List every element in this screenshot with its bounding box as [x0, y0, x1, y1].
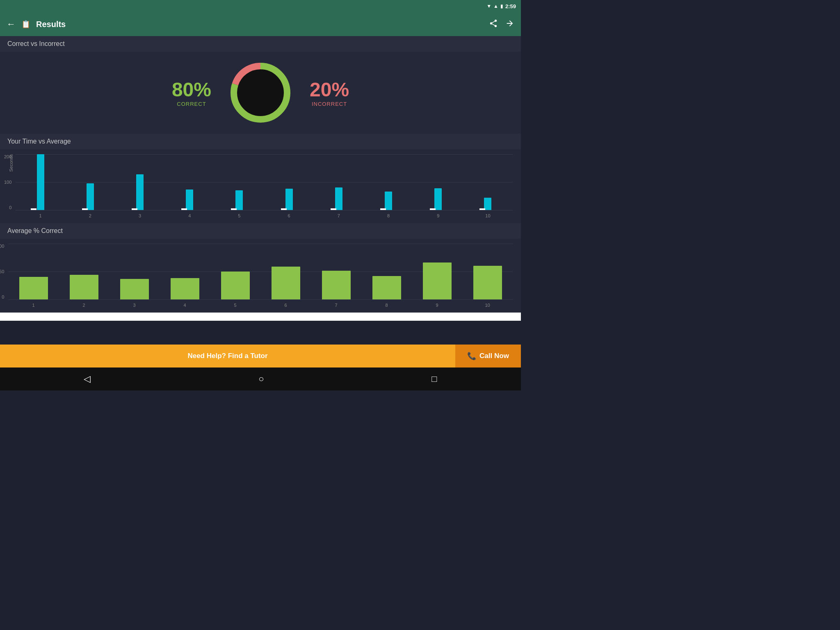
avg-bar-group-1: 1 — [8, 244, 59, 299]
bar-6-time — [285, 189, 293, 210]
bar-10-label: 10 — [485, 213, 490, 218]
time-y-200: 200 — [4, 154, 11, 159]
help-text: Need Help? Find a Tutor — [187, 352, 267, 360]
avg-bar-1-label: 1 — [32, 303, 34, 308]
bar-3-label: 3 — [139, 213, 141, 218]
bar-1-avg — [31, 208, 37, 210]
bar-9-time — [434, 188, 442, 210]
bar-group-8: 8 — [363, 154, 413, 210]
bar-4-time — [186, 189, 193, 210]
avg-bar-9-label: 9 — [436, 303, 438, 308]
avg-y-0: 0 — [2, 294, 4, 299]
avg-bar-group-5: 5 — [210, 244, 260, 299]
bar-6-avg — [281, 208, 287, 210]
status-bar: ▼ ▲ ▮ 2:59 — [0, 0, 521, 12]
bar-1-label: 1 — [39, 213, 42, 218]
bar-5-time — [235, 190, 243, 210]
avg-bar-group-10: 10 — [462, 244, 513, 299]
incorrect-label: INCORRECT — [310, 101, 349, 107]
bar-4-avg — [181, 208, 187, 210]
avg-bar-2 — [70, 275, 98, 299]
avg-bar-group-3: 3 — [109, 244, 160, 299]
bar-9-label: 9 — [437, 213, 439, 218]
avg-bar-7-label: 7 — [335, 303, 337, 308]
avg-bar-group-6: 6 — [260, 244, 311, 299]
nav-home-button[interactable]: ○ — [258, 374, 264, 384]
wifi-icon: ▼ — [486, 3, 491, 9]
correct-percent: 80% — [172, 78, 211, 101]
avg-bar-3-label: 3 — [133, 303, 135, 308]
time-display: 2:59 — [505, 3, 516, 9]
bar-5-avg — [231, 208, 237, 210]
bar-group-5: 5 — [215, 154, 264, 210]
bar-8-avg — [380, 208, 386, 210]
back-button[interactable]: ← — [7, 19, 16, 30]
bar-4-label: 4 — [188, 213, 191, 218]
avg-bar-group-2: 2 — [59, 244, 109, 299]
bar-6-label: 6 — [288, 213, 290, 218]
bar-group-3: 3 — [115, 154, 164, 210]
status-icons: ▼ ▲ ▮ 2:59 — [486, 3, 516, 9]
bar-group-4: 4 — [165, 154, 215, 210]
avg-bar-8 — [372, 276, 401, 299]
avg-y-100: 100 — [0, 244, 4, 249]
avg-bar-2-label: 2 — [82, 303, 85, 308]
avg-bar-7 — [322, 271, 351, 299]
bar-group-10: 10 — [463, 154, 513, 210]
donut-chart — [228, 60, 293, 126]
donut-section: 80% CORRECT 20% INCORRECT — [0, 52, 521, 134]
bar-2-label: 2 — [89, 213, 91, 218]
toolbar-actions — [489, 19, 514, 30]
main-content: Correct vs Incorrect 80% CORRECT 20% INC… — [0, 36, 521, 359]
bar-7-avg — [331, 208, 336, 210]
time-y-100: 100 — [4, 180, 11, 185]
time-chart-section: Seconds 200 100 0 — [0, 149, 521, 223]
bar-group-1: 1 — [16, 154, 65, 210]
bar-2-time — [87, 183, 94, 210]
time-y-0: 0 — [9, 205, 11, 210]
bar-10-avg — [479, 208, 485, 210]
call-now-text: Call Now — [479, 352, 509, 360]
bar-3-time — [136, 174, 144, 210]
signal-icon: ▲ — [493, 3, 498, 9]
forward-button[interactable] — [505, 19, 514, 30]
share-button[interactable] — [489, 19, 498, 30]
avg-bar-6 — [272, 267, 300, 299]
incorrect-percent: 20% — [310, 78, 349, 101]
incorrect-stat: 20% INCORRECT — [310, 78, 349, 107]
bar-group-7: 7 — [314, 154, 363, 210]
avg-correct-header: Average % Correct — [0, 223, 521, 239]
avg-bar-1 — [19, 277, 48, 299]
avg-correct-wrapper: 100 50 0 1 — [0, 244, 521, 309]
bar-2-avg — [82, 208, 88, 210]
help-text-area: Need Help? Find a Tutor — [0, 345, 455, 368]
avg-correct-section: 100 50 0 1 — [0, 239, 521, 313]
avg-bar-10 — [473, 266, 502, 299]
avg-bar-8-label: 8 — [385, 303, 388, 308]
nav-recents-button[interactable]: □ — [431, 374, 437, 384]
bar-5-label: 5 — [238, 213, 240, 218]
page-title: Results — [36, 20, 483, 29]
nav-back-button[interactable]: ◁ — [84, 374, 91, 384]
bar-7-time — [335, 187, 342, 210]
bar-1-time — [37, 154, 44, 210]
document-icon: 📋 — [21, 20, 30, 29]
avg-bar-5 — [221, 272, 250, 299]
avg-bar-group-8: 8 — [361, 244, 412, 299]
phone-icon: 📞 — [467, 352, 476, 361]
avg-bar-9 — [423, 262, 452, 299]
help-bar: Need Help? Find a Tutor 📞 Call Now — [0, 345, 521, 368]
time-chart-wrapper: Seconds 200 100 0 — [0, 154, 521, 220]
toolbar: ← 📋 Results — [0, 12, 521, 36]
call-now-button[interactable]: 📞 Call Now — [455, 345, 521, 368]
bar-8-label: 8 — [387, 213, 390, 218]
avg-bar-6-label: 6 — [284, 303, 287, 308]
avg-bar-4 — [171, 278, 199, 299]
battery-icon: ▮ — [500, 3, 503, 9]
bar-8-time — [385, 192, 392, 210]
bar-group-2: 2 — [65, 154, 115, 210]
bar-3-avg — [132, 208, 137, 210]
correct-stat: 80% CORRECT — [172, 78, 211, 107]
avg-bar-group-7: 7 — [311, 244, 361, 299]
avg-bar-group-9: 9 — [412, 244, 462, 299]
